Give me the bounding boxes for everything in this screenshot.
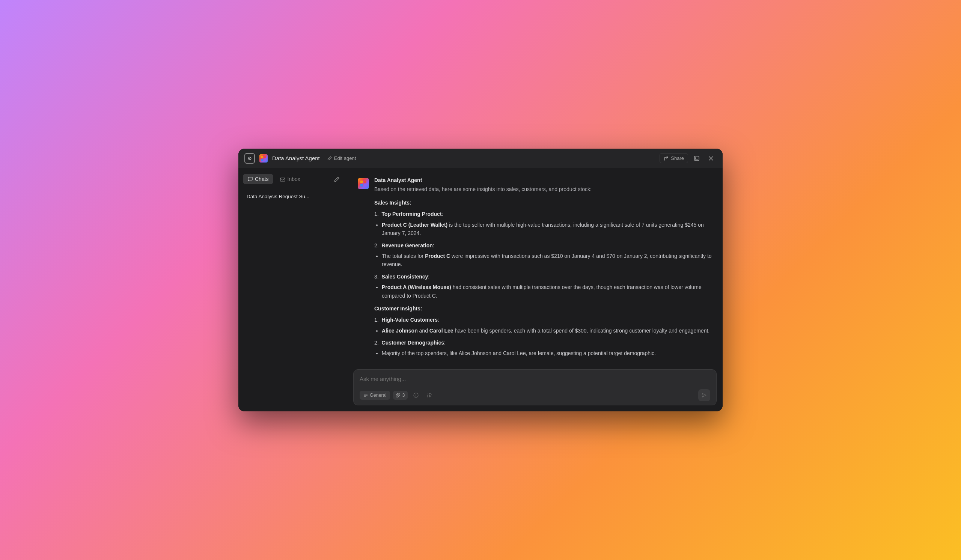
svg-point-18 <box>416 394 416 394</box>
chat-area: Data Analyst Agent Based on the retrieve… <box>347 168 723 411</box>
customer-bullets-2: Majority of the top spenders, like Alice… <box>374 349 712 357</box>
sidebar: Chats Inbox Data Analysis R <box>238 168 347 411</box>
info-button[interactable] <box>411 390 421 401</box>
svg-rect-11 <box>360 184 363 186</box>
input-box: General 3 <box>353 369 717 405</box>
input-area: General 3 <box>347 365 723 411</box>
sales-bullet-2-1: The total sales for Product C were impre… <box>382 252 712 269</box>
titlebar-left: ⊙ Data Analyst Agent Edit agent <box>244 153 359 164</box>
customer-item-1: 1. High-Value Customers: Alice Johnson a… <box>374 316 712 335</box>
sales-bullets-2: The total sales for Product C were impre… <box>374 252 712 269</box>
titlebar-right: Share <box>660 153 717 164</box>
edit-agent-button[interactable]: Edit agent <box>324 154 359 162</box>
attachment-button[interactable]: 3 <box>393 391 408 400</box>
sales-item-2: 2. Revenue Generation: The total sales f… <box>374 241 712 269</box>
titlebar: ⊙ Data Analyst Agent Edit agent <box>238 149 723 168</box>
general-button[interactable]: General <box>360 391 390 400</box>
share-button[interactable]: Share <box>660 153 688 163</box>
svg-rect-5 <box>696 157 698 159</box>
svg-rect-8 <box>280 178 285 181</box>
svg-rect-2 <box>261 159 263 161</box>
customer-list: 1. High-Value Customers: Alice Johnson a… <box>374 316 712 358</box>
logo-icon: ⊙ <box>244 153 255 164</box>
svg-rect-1 <box>264 156 266 158</box>
tools-button[interactable] <box>424 390 435 401</box>
titlebar-title: Data Analyst Agent <box>272 155 320 161</box>
sales-bullets-1: Product C (Leather Wallet) is the top se… <box>374 221 712 237</box>
agent-avatar <box>358 178 369 189</box>
agent-message: Data Analyst Agent Based on the retrieve… <box>358 177 712 361</box>
sales-bullets-3: Product A (Wireless Mouse) had consisten… <box>374 283 712 300</box>
inbox-tab[interactable]: Inbox <box>276 174 305 184</box>
agent-icon <box>259 154 268 162</box>
customer-bullets-1: Alice Johnson and Carol Lee have been bi… <box>374 327 712 335</box>
chats-tab[interactable]: Chats <box>243 174 273 184</box>
svg-rect-3 <box>264 159 266 161</box>
message-body: Data Analyst Agent Based on the retrieve… <box>374 177 712 361</box>
sales-item-3: 3. Sales Consistency: Product A (Wireles… <box>374 273 712 300</box>
sales-bullet-3-1: Product A (Wireless Mouse) had consisten… <box>382 283 712 300</box>
svg-rect-10 <box>364 181 366 183</box>
close-button[interactable] <box>705 153 717 164</box>
svg-rect-12 <box>364 184 366 186</box>
sales-list: 1. Top Performing Product: Product C (Le… <box>374 210 712 300</box>
send-button[interactable] <box>698 389 710 401</box>
customer-item-2: 2. Customer Demographics: Majority of th… <box>374 339 712 358</box>
input-toolbar: General 3 <box>360 389 710 401</box>
svg-rect-4 <box>694 156 699 160</box>
expand-button[interactable] <box>691 153 702 164</box>
svg-rect-0 <box>261 156 263 158</box>
main-window: ⊙ Data Analyst Agent Edit agent <box>238 149 723 411</box>
new-chat-button[interactable] <box>331 173 342 185</box>
main-content: Chats Inbox Data Analysis R <box>238 168 723 411</box>
messages-container: Data Analyst Agent Based on the retrieve… <box>347 168 723 365</box>
sales-item-1: 1. Top Performing Product: Product C (Le… <box>374 210 712 237</box>
sales-bullet-1-1: Product C (Leather Wallet) is the top se… <box>382 221 712 237</box>
svg-rect-9 <box>360 181 363 183</box>
customer-bullet-1-1: Alice Johnson and Carol Lee have been bi… <box>382 327 712 335</box>
sidebar-tabs: Chats Inbox <box>243 173 342 185</box>
customer-bullet-2-1: Majority of the top spenders, like Alice… <box>382 349 712 357</box>
chat-input[interactable] <box>360 375 710 384</box>
chat-list-item[interactable]: Data Analysis Request Su... <box>243 191 342 202</box>
message-content: Sales Insights: 1. Top Performing Produc… <box>374 199 712 358</box>
